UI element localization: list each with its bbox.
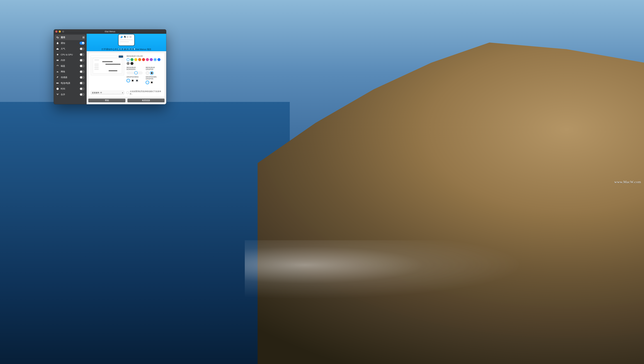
sidebar-toggle[interactable] [80, 93, 84, 96]
sidebar-toggle[interactable] [80, 53, 84, 56]
preview-menubar [91, 56, 124, 58]
preview-menubar-graph-icon [119, 56, 123, 58]
sidebar-toggle[interactable] [80, 59, 84, 62]
hero-illustration [118, 34, 135, 46]
color-swatch[interactable] [126, 62, 130, 65]
page-dot[interactable] [120, 48, 122, 50]
color-swatch[interactable] [142, 58, 145, 61]
color-swatch[interactable] [150, 58, 153, 61]
update-frequency-select[interactable]: 更新频率: 中 [91, 91, 124, 94]
merge-icon [56, 93, 59, 96]
sidebar-item-clock[interactable]: 时间 [55, 86, 86, 92]
menubar-borders-slider[interactable] [126, 71, 143, 74]
hero-line [120, 42, 129, 42]
page-dot[interactable] [123, 48, 124, 50]
slider-thumb-icon[interactable] [134, 71, 138, 74]
color-swatch[interactable] [130, 58, 134, 61]
color-swatch[interactable] [146, 71, 149, 75]
watermark-text: www.MacW.com [614, 180, 641, 184]
color-swatch[interactable] [134, 58, 137, 61]
dropdown-graphs-label: DROPDOWN GRAPHS [146, 76, 162, 80]
hero-dot-icon [120, 36, 122, 38]
chip-icon [56, 53, 59, 56]
dropdown-graphs-group: DROPDOWN GRAPHS [146, 76, 162, 84]
sidebar-toggle[interactable] [80, 70, 84, 73]
sidebar-toggle[interactable] [80, 42, 84, 45]
sidebar-toggle[interactable] [80, 82, 84, 84]
theme-preview [91, 55, 124, 76]
check-updates-button[interactable]: 检查更新 [128, 98, 164, 102]
sidebar-item-merge[interactable]: 合并 [55, 92, 86, 97]
sidebar-toggle[interactable] [80, 47, 84, 50]
sidebar-item-label: 通用 [61, 36, 84, 39]
separate-appearance-label: 分别设置系统亮色和暗色模式下的菜单栏。 [130, 90, 162, 95]
footer: 帮助 检查更新 [87, 98, 166, 104]
color-swatch[interactable] [150, 81, 154, 84]
sidebar: 通用通知天气CPU & GPU内存磁盘网络传感器电池/电源时间合并 [54, 34, 87, 104]
battery-icon [56, 82, 59, 84]
sidebar-toggle[interactable] [80, 64, 84, 68]
color-swatch[interactable] [146, 81, 149, 84]
main-panel: 打开通知中心并且点击编辑以添加 iStat Menus 项目 [87, 34, 166, 104]
sidebar-item-battery[interactable]: 电池/电源 [55, 80, 86, 86]
fan-icon [56, 76, 59, 79]
page-dot[interactable] [131, 48, 132, 50]
sidebar-toggle[interactable] [80, 76, 84, 79]
update-frequency-value: 更新频率: 中 [92, 92, 102, 94]
gauge-icon [56, 64, 59, 68]
chevron-updown-icon [122, 92, 123, 93]
sidebar-item-network[interactable]: 网络 [55, 69, 86, 74]
menubar-borders-group: MENUBAR BORDERS [126, 67, 143, 75]
menubar-color-label: MENUBAR COLOR [126, 55, 162, 57]
config-card: MENUBAR COLOR MENUBAR BORDERS MENUBAR GR… [88, 53, 164, 97]
page-dot[interactable] [126, 48, 127, 50]
color-swatch[interactable] [138, 58, 141, 61]
clock-icon [56, 87, 59, 90]
color-swatch[interactable] [154, 58, 157, 61]
wallpaper-surf [245, 240, 644, 364]
app-window: iStat Menus 通用通知天气CPU & GPU内存磁盘网络传感器电池/电… [54, 30, 166, 104]
menubar-graphs-swatches [146, 71, 162, 75]
window-title: iStat Menus [54, 30, 166, 33]
sidebar-item-bell[interactable]: 通知 [55, 40, 86, 46]
color-swatch[interactable] [131, 79, 134, 82]
menubar-color-group: MENUBAR COLOR MENUBAR BORDERS MENUBAR GR… [126, 55, 162, 84]
hero-dot-icon [129, 36, 132, 38]
hero-dot-icon [126, 36, 128, 38]
sidebar-item-gauge[interactable]: 磁盘 [55, 63, 86, 69]
help-button[interactable]: 帮助 [88, 98, 126, 102]
color-swatch[interactable] [150, 71, 154, 75]
sidebar-toggle[interactable] [80, 87, 84, 90]
page-dot[interactable] [118, 48, 119, 50]
menubar-color-swatches [126, 58, 162, 65]
hero-page-indicator[interactable] [118, 48, 135, 50]
color-swatch[interactable] [130, 62, 134, 65]
separate-appearance-checkbox[interactable] [126, 92, 129, 94]
dropdowns-group: DROPDOWNS [126, 76, 143, 84]
menubar-graphs-group: MENUBAR GRAPHS [146, 67, 162, 75]
hero-banner: 打开通知中心并且点击编辑以添加 iStat Menus 项目 [87, 34, 166, 51]
menubar-graphs-label: MENUBAR GRAPHS [146, 67, 162, 70]
dropdowns-swatches [126, 79, 143, 82]
cloud-icon [56, 47, 59, 50]
sidebar-item-fan[interactable]: 传感器 [55, 75, 86, 80]
color-swatch[interactable] [126, 79, 130, 82]
color-swatch[interactable] [126, 58, 130, 61]
menubar-borders-label: MENUBAR BORDERS [126, 67, 143, 70]
sidebar-item-cloud[interactable]: 天气 [55, 46, 86, 52]
page-dot[interactable] [128, 48, 130, 50]
preview-dropdown [93, 58, 122, 74]
memory-icon [56, 59, 59, 62]
dropdown-graphs-swatches [146, 81, 162, 84]
pause-icon [83, 36, 84, 38]
color-swatch[interactable] [135, 79, 139, 82]
sidebar-item-memory[interactable]: 内存 [55, 58, 86, 63]
titlebar[interactable]: iStat Menus [54, 30, 166, 34]
gear-icon [56, 36, 59, 39]
sidebar-item-gear[interactable]: 通用 [55, 35, 86, 40]
sidebar-item-chip[interactable]: CPU & GPU [55, 52, 86, 57]
color-swatch[interactable] [146, 58, 149, 61]
page-dot[interactable] [134, 48, 135, 50]
bell-icon [56, 42, 59, 45]
color-swatch[interactable] [158, 58, 160, 61]
